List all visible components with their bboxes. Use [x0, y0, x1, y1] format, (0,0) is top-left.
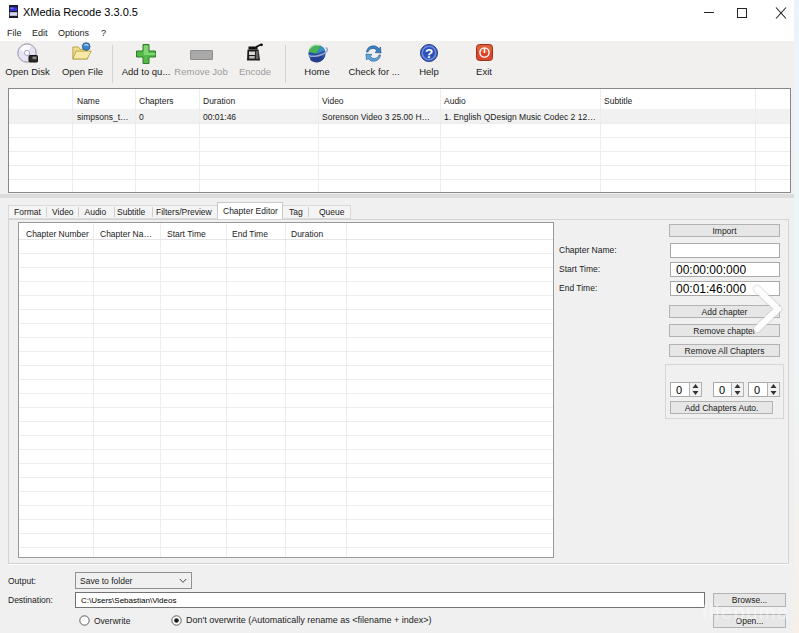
svg-text:?: ?: [425, 46, 433, 61]
